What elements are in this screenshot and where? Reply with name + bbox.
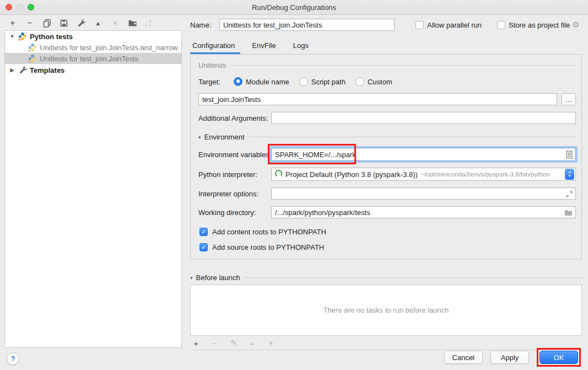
- sort-alpha-icon: ↓: [144, 19, 148, 28]
- interpreter-options-label: Interpreter options:: [198, 190, 271, 198]
- browse-folder-icon[interactable]: [564, 209, 573, 218]
- conda-env-icon: [274, 169, 283, 179]
- name-input[interactable]: Unittests for test_join.JoinTests: [219, 19, 395, 31]
- add-configuration-button[interactable]: +: [8, 18, 18, 28]
- tree-expand-icon[interactable]: ▶: [8, 67, 16, 73]
- tree-node-label: Unittests for test_join.JoinTests: [40, 55, 138, 63]
- python-interpreter-select[interactable]: Project Default (Python 3.8 (pyspark-3.8…: [271, 168, 576, 181]
- collapse-triangle-icon: ▾: [190, 275, 193, 281]
- add-source-roots-checkbox[interactable]: ✓ Add source roots to PYTHONPATH: [199, 243, 576, 251]
- python-interpreter-row: Python interpreter: Project Default (Pyt…: [198, 168, 576, 181]
- python-config-icon: [28, 54, 37, 63]
- save-configuration-button[interactable]: [59, 18, 69, 28]
- radio-unselected-icon: [355, 77, 364, 86]
- remove-task-button[interactable]: −: [210, 338, 220, 348]
- target-radio-row: Target: Module name Script path Custom: [198, 77, 576, 86]
- add-task-button[interactable]: +: [191, 338, 201, 348]
- tree-node-config-narrow[interactable]: Unittests for test_join.JoinTests.test_n…: [5, 42, 181, 53]
- ok-button[interactable]: OK: [540, 351, 578, 364]
- working-directory-input[interactable]: /.../spark/python/pyspark/tests: [271, 206, 576, 218]
- environment-variables-label: Environment variables:: [198, 151, 271, 159]
- move-task-down-button[interactable]: ▼: [266, 338, 276, 348]
- target-input-row: test_join.JoinTests …: [198, 93, 576, 105]
- checkbox-checked-icon: ✓: [199, 228, 208, 236]
- dropdown-stepper-icon: ▲ ▼: [565, 169, 574, 180]
- radio-selected-icon: [234, 77, 242, 86]
- radio-custom[interactable]: Custom: [355, 77, 392, 86]
- zoom-window-button[interactable]: [28, 4, 34, 10]
- tree-node-label: Unittests for test_join.JoinTests.test_n…: [40, 44, 178, 52]
- expand-field-icon[interactable]: [566, 191, 573, 199]
- titlebar: Run/Debug Configurations: [0, 0, 588, 15]
- environment-section-header[interactable]: ▾ Environment: [198, 133, 576, 141]
- environment-variables-row: Environment variables: SPARK_HOME=/.../s…: [198, 148, 576, 161]
- environment-variables-input[interactable]: SPARK_HOME=/.../spark: [271, 148, 576, 161]
- before-launch-section-header[interactable]: ▾ Before launch: [190, 274, 582, 282]
- remove-configuration-button[interactable]: −: [25, 18, 35, 28]
- before-launch-task-list[interactable]: There are no tasks to run before launch: [190, 285, 582, 336]
- configuration-form: Unittests Target: Module name Script pat…: [190, 54, 582, 259]
- tree-collapse-icon[interactable]: ▼: [8, 34, 16, 39]
- run-configurations-tree: ▼ Python tests Unittests for test_join.J…: [4, 30, 182, 348]
- radio-module-name[interactable]: Module name: [234, 77, 289, 86]
- before-launch-empty-text: There are no tasks to run before launch: [323, 306, 449, 314]
- configurations-toolbar: + − ▲ ▼ ↓ az: [8, 18, 151, 29]
- python-config-icon: [28, 43, 37, 52]
- collapse-triangle-icon: ▾: [198, 135, 201, 140]
- tree-node-templates[interactable]: ▶ Templates: [5, 65, 181, 76]
- python-interpreter-label: Python interpreter:: [198, 170, 271, 179]
- edit-templates-button[interactable]: [76, 18, 86, 28]
- name-label: Name:: [190, 21, 219, 29]
- copy-icon: [42, 19, 51, 28]
- store-options-gear-icon[interactable]: ⚙: [572, 20, 579, 30]
- interpreter-options-row: Interpreter options:: [198, 187, 576, 200]
- unittests-group-header: Unittests: [198, 61, 576, 69]
- working-directory-label: Working directory:: [198, 208, 271, 217]
- name-row: Name: Unittests for test_join.JoinTests …: [190, 18, 582, 31]
- allow-parallel-run-checkbox[interactable]: Allow parallel run: [416, 21, 482, 29]
- interpreter-path: ~/opt/miniconda3/envs/pyspark-3.8/bin/py…: [420, 171, 563, 178]
- radio-script-path[interactable]: Script path: [299, 77, 346, 86]
- additional-arguments-label: Additional Arguments:: [198, 114, 271, 122]
- divider: [245, 277, 582, 278]
- window-title: Run/Debug Configurations: [252, 3, 336, 12]
- configuration-tabs: Configuration EnvFile Logs: [190, 39, 582, 54]
- additional-arguments-input[interactable]: [271, 112, 576, 124]
- dialog-footer: Cancel Apply OK: [444, 348, 581, 367]
- sort-configurations-button[interactable]: ↓ az: [144, 19, 151, 28]
- tab-envfile[interactable]: EnvFile: [251, 41, 277, 54]
- tree-node-python-tests[interactable]: ▼ Python tests: [5, 31, 181, 42]
- move-up-button[interactable]: ▲: [93, 18, 103, 28]
- checkbox-checked-icon: ✓: [199, 243, 208, 251]
- cancel-button[interactable]: Cancel: [444, 351, 483, 364]
- create-folder-button[interactable]: [127, 18, 137, 28]
- working-directory-row: Working directory: /.../spark/python/pys…: [198, 206, 576, 218]
- store-as-project-file-checkbox[interactable]: Store as project file: [497, 21, 570, 29]
- edit-task-button[interactable]: ✎: [229, 338, 239, 348]
- browse-target-button[interactable]: …: [562, 93, 576, 105]
- target-label: Target:: [198, 78, 224, 86]
- checkbox-unchecked-icon: [497, 21, 505, 29]
- additional-arguments-row: Additional Arguments:: [198, 112, 576, 124]
- add-content-roots-checkbox[interactable]: ✓ Add content roots to PYTHONPATH: [199, 228, 576, 236]
- edit-env-vars-icon[interactable]: [566, 151, 573, 160]
- tree-node-label: Python tests: [30, 33, 73, 41]
- minimize-window-button[interactable]: [17, 4, 23, 10]
- tree-node-config-jointests[interactable]: Unittests for test_join.JoinTests: [5, 53, 181, 64]
- apply-button[interactable]: Apply: [490, 351, 529, 364]
- divider: [249, 137, 576, 137]
- save-icon: [60, 19, 68, 28]
- templates-icon: [18, 66, 27, 74]
- tab-configuration[interactable]: Configuration: [191, 41, 236, 54]
- copy-configuration-button[interactable]: [42, 18, 52, 28]
- move-down-button[interactable]: ▼: [110, 18, 120, 28]
- interpreter-options-input[interactable]: [271, 187, 576, 200]
- checkbox-unchecked-icon: [416, 21, 424, 29]
- move-task-up-button[interactable]: ▲: [247, 338, 257, 348]
- close-window-button[interactable]: [6, 4, 12, 10]
- tab-logs[interactable]: Logs: [292, 41, 310, 54]
- target-input[interactable]: test_join.JoinTests: [198, 93, 557, 105]
- annotation-box-ok: OK: [537, 348, 581, 367]
- help-button[interactable]: ?: [7, 352, 19, 365]
- new-folder-icon: [128, 19, 137, 28]
